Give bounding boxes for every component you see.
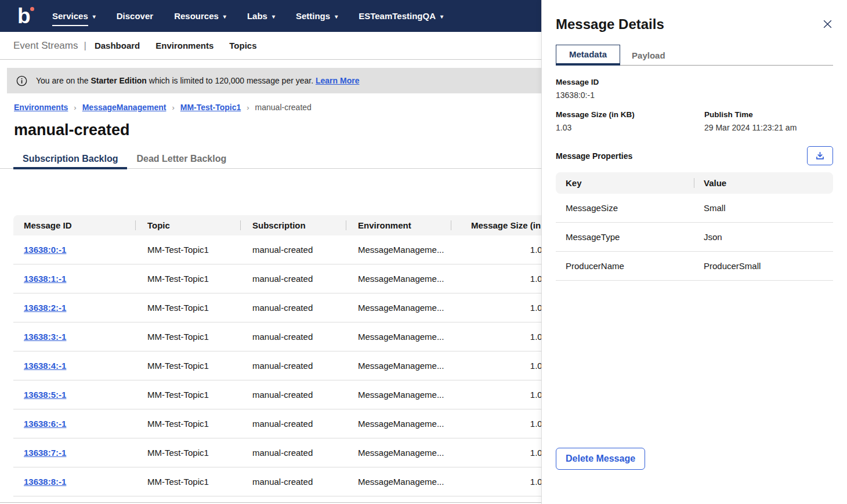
- cell-subscription: manual-created: [240, 477, 346, 487]
- chevron-down-icon: ▾: [93, 14, 96, 20]
- breadcrumb-link-environments[interactable]: Environments: [14, 103, 68, 112]
- properties-row: MessageSizeSmall: [556, 194, 833, 223]
- breadcrumb-separator-icon: ›: [74, 103, 76, 112]
- cell-subscription: manual-created: [240, 361, 346, 371]
- message-id-link[interactable]: 13638:1:-1: [24, 274, 66, 284]
- brand-logo-icon[interactable]: b: [17, 5, 35, 28]
- table-header: Message IDTopicSubscriptionEnvironmentMe…: [13, 215, 559, 235]
- cell-subscription: manual-created: [240, 303, 346, 313]
- table-body: 13638:0:-1MM-Test-Topic1manual-createdMe…: [13, 235, 559, 496]
- panel-title: Message Details: [556, 16, 664, 33]
- cell-message-id: 13638:3:-1: [13, 332, 135, 342]
- cell-subscription: manual-created: [240, 419, 346, 429]
- cell-environment: MessageManageme...: [346, 303, 451, 313]
- nav-item-services[interactable]: Services▾: [52, 11, 96, 21]
- brand-letter: b: [17, 4, 31, 28]
- property-value: Json: [694, 232, 833, 242]
- table-row: 13638:1:-1MM-Test-Topic1manual-createdMe…: [13, 264, 559, 293]
- properties-table: KeyValue MessageSizeSmallMessageTypeJson…: [556, 172, 833, 281]
- table-row: 13638:4:-1MM-Test-Topic1manual-createdMe…: [13, 351, 559, 380]
- message-details-panel: Message Details MetadataPayload Message …: [541, 0, 847, 504]
- message-id-link[interactable]: 13638:6:-1: [24, 419, 66, 429]
- cell-message-id: 13638:6:-1: [13, 419, 135, 429]
- table-row: 13638:5:-1MM-Test-Topic1manual-createdMe…: [13, 380, 559, 409]
- cell-subscription: manual-created: [240, 448, 346, 458]
- breadcrumb-separator-icon: ›: [247, 103, 249, 112]
- nav-item-resources[interactable]: Resources▾: [174, 11, 226, 21]
- message-id-link[interactable]: 13638:0:-1: [24, 245, 66, 255]
- brand-dot: [30, 7, 34, 11]
- cell-topic: MM-Test-Topic1: [135, 245, 240, 255]
- cell-message-id: 13638:4:-1: [13, 361, 135, 371]
- product-name: Event Streams: [13, 40, 78, 52]
- download-icon: [815, 151, 825, 161]
- cell-subscription: manual-created: [240, 332, 346, 342]
- message-properties-header: Message Properties: [556, 146, 833, 165]
- chevron-down-icon: ▾: [223, 14, 226, 20]
- field-label: Publish Time: [704, 110, 833, 119]
- message-id-link[interactable]: 13638:7:-1: [24, 448, 66, 458]
- delete-message-button[interactable]: Delete Message: [556, 448, 645, 470]
- cell-message-id: 13638:1:-1: [13, 274, 135, 284]
- nav-item-labs[interactable]: Labs▾: [247, 11, 275, 21]
- cell-topic: MM-Test-Topic1: [135, 303, 240, 313]
- product-separator: |: [84, 40, 86, 52]
- message-id-link[interactable]: 13638:4:-1: [24, 361, 66, 371]
- close-button[interactable]: [822, 19, 833, 30]
- cell-topic: MM-Test-Topic1: [135, 274, 240, 284]
- message-id-link[interactable]: 13638:8:-1: [24, 477, 66, 487]
- nav-item-esteamtestingqa[interactable]: ESTeamTestingQA▾: [359, 11, 443, 21]
- panel-header: Message Details: [556, 16, 833, 33]
- nav-item-settings[interactable]: Settings▾: [296, 11, 338, 21]
- column-header-environment: Environment: [346, 215, 451, 235]
- tab-subscription-backlog[interactable]: Subscription Backlog: [13, 149, 127, 169]
- cell-environment: MessageManageme...: [346, 477, 451, 487]
- cell-environment: MessageManageme...: [346, 245, 451, 255]
- property-value: Small: [694, 203, 833, 213]
- chevron-down-icon: ▾: [272, 14, 275, 20]
- subnav-item-dashboard[interactable]: Dashboard: [95, 41, 140, 50]
- tab-dead-letter-backlog[interactable]: Dead Letter Backlog: [127, 149, 236, 169]
- table-row: 13638:7:-1MM-Test-Topic1manual-createdMe…: [13, 438, 559, 467]
- panel-tabs: MetadataPayload: [556, 45, 833, 66]
- cell-environment: MessageManageme...: [346, 419, 451, 429]
- download-properties-button[interactable]: [807, 146, 833, 165]
- cell-message-id: 13638:7:-1: [13, 448, 135, 458]
- message-id-link[interactable]: 13638:5:-1: [24, 390, 66, 400]
- top-nav-items: Services▾DiscoverResources▾Labs▾Settings…: [52, 11, 443, 21]
- learn-more-link[interactable]: Learn More: [316, 76, 359, 85]
- panel-tab-metadata[interactable]: Metadata: [556, 45, 620, 66]
- message-id-link[interactable]: 13638:3:-1: [24, 332, 66, 342]
- table-row: 13638:6:-1MM-Test-Topic1manual-createdMe…: [13, 409, 559, 438]
- chevron-down-icon: ▾: [440, 14, 443, 20]
- breadcrumb-current: manual-created: [255, 103, 312, 112]
- field-value: 29 Mar 2024 11:23:21 am: [704, 123, 833, 132]
- panel-tab-payload[interactable]: Payload: [620, 46, 677, 65]
- field-message-size: Message Size (in KB) 1.03: [556, 110, 704, 132]
- properties-column-value: Value: [694, 172, 833, 194]
- property-key: MessageSize: [556, 203, 694, 213]
- cell-environment: MessageManageme...: [346, 390, 451, 400]
- breadcrumb-link-mm-test-topic1[interactable]: MM-Test-Topic1: [180, 103, 241, 112]
- nav-item-label: ESTeamTestingQA: [359, 11, 436, 21]
- properties-row: ProducerNameProducerSmall: [556, 252, 833, 281]
- nav-item-label: Services: [52, 11, 88, 26]
- message-id-link[interactable]: 13638:2:-1: [24, 303, 66, 313]
- info-icon: [16, 75, 27, 86]
- subnav-item-environments[interactable]: Environments: [155, 41, 213, 50]
- product-nav-items: DashboardEnvironmentsTopics: [95, 41, 257, 50]
- field-message-id: Message ID 13638:0:-1: [556, 78, 833, 100]
- cell-message-id: 13638:2:-1: [13, 303, 135, 313]
- cell-topic: MM-Test-Topic1: [135, 448, 240, 458]
- subnav-item-topics[interactable]: Topics: [229, 41, 256, 50]
- cell-message-id: 13638:5:-1: [13, 390, 135, 400]
- property-key: ProducerName: [556, 261, 694, 271]
- app-window: b Services▾DiscoverResources▾Labs▾Settin…: [0, 0, 847, 504]
- nav-item-label: Resources: [174, 11, 219, 21]
- cell-environment: MessageManageme...: [346, 332, 451, 342]
- nav-item-discover[interactable]: Discover: [117, 11, 153, 21]
- field-value: 1.03: [556, 123, 704, 132]
- cell-message-id: 13638:8:-1: [13, 477, 135, 487]
- breadcrumb-separator-icon: ›: [172, 103, 174, 112]
- breadcrumb-link-messagemanagement[interactable]: MessageManagement: [82, 103, 166, 112]
